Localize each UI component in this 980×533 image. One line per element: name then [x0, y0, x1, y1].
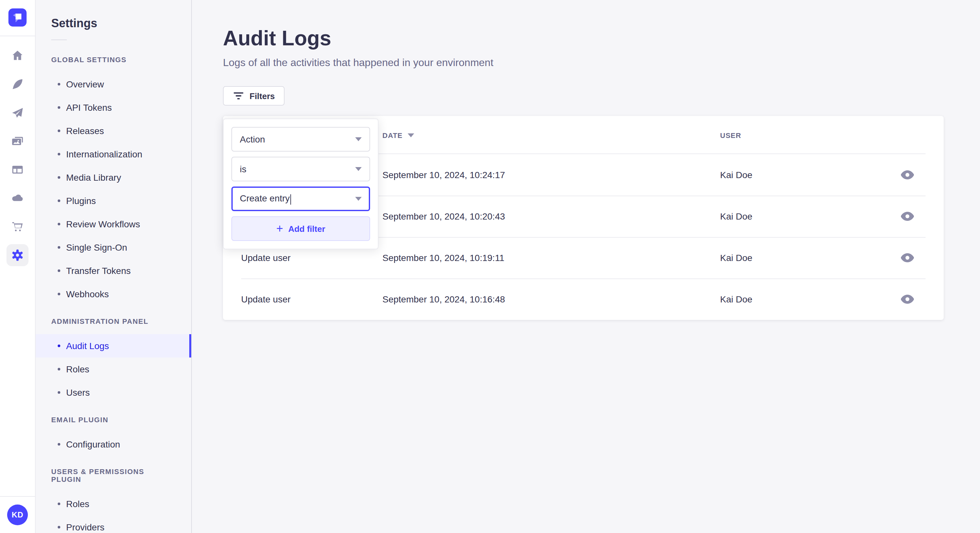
sidebar-item-label: Audit Logs [66, 341, 109, 351]
page-title: Audit Logs [223, 26, 944, 51]
subnav-title: Settings [36, 17, 191, 30]
filter-value-combobox[interactable]: Create entry [231, 187, 370, 211]
cell-user: Kai Doe [720, 252, 889, 263]
sidebar-item-label: Media Library [66, 172, 121, 182]
sidebar-item-api-tokens[interactable]: API Tokens [36, 96, 191, 119]
settings-gear-icon[interactable] [0, 241, 35, 270]
strapi-logo[interactable] [8, 8, 27, 27]
nav-section-label: USERS & PERMISSIONS PLUGIN [36, 468, 191, 483]
add-filter-button[interactable]: + Add filter [231, 216, 370, 241]
bullet-icon [58, 293, 60, 295]
sidebar-item-label: Providers [66, 522, 104, 532]
bullet-icon [58, 153, 60, 155]
table-row: Update userSeptember 10, 2024, 10:16:48K… [223, 279, 944, 320]
active-nav-highlight [6, 244, 29, 266]
sidebar-item-releases[interactable]: Releases [36, 119, 191, 143]
strapi-admin: KD Settings GLOBAL SETTINGSOverviewAPI T… [0, 0, 980, 533]
sidebar-item-label: Roles [66, 364, 89, 374]
bullet-icon [58, 246, 60, 249]
sidebar-item-overview[interactable]: Overview [36, 73, 191, 96]
sidebar-item-review-workflows[interactable]: Review Workflows [36, 213, 191, 236]
cell-action: Update user [241, 252, 382, 263]
bullet-icon [58, 200, 60, 202]
bullet-icon [58, 270, 60, 272]
chevron-down-icon [355, 167, 362, 171]
eye-icon [901, 295, 914, 304]
home-icon[interactable] [0, 41, 35, 70]
rail-bottom-divider [0, 496, 35, 497]
bullet-icon [58, 503, 60, 505]
filters-button[interactable]: Filters [223, 86, 285, 106]
view-log-details-button[interactable] [898, 209, 916, 224]
bullet-icon [58, 368, 60, 370]
releases-plane-icon[interactable] [0, 98, 35, 127]
settings-subnav: Settings GLOBAL SETTINGSOverviewAPI Toke… [36, 0, 192, 533]
settings-nav-sections: GLOBAL SETTINGSOverviewAPI TokensRelease… [36, 56, 191, 533]
cell-user: Kai Doe [720, 170, 889, 180]
sidebar-item-label: Plugins [66, 195, 96, 206]
view-log-details-button[interactable] [898, 251, 916, 265]
sidebar-item-label: Review Workflows [66, 219, 140, 229]
sidebar-item-media-library[interactable]: Media Library [36, 166, 191, 189]
sidebar-item-roles[interactable]: Roles [36, 492, 191, 516]
chevron-down-icon [355, 137, 362, 141]
content-manager-feather-icon[interactable] [0, 70, 35, 98]
eye-icon [901, 170, 914, 179]
nav-section-label: GLOBAL SETTINGS [36, 56, 191, 63]
eye-icon [901, 212, 914, 221]
main-content: Audit Logs Logs of all the activities th… [192, 0, 980, 533]
cloud-deploy-icon[interactable] [0, 184, 35, 213]
user-avatar[interactable]: KD [7, 504, 28, 525]
sidebar-item-providers[interactable]: Providers [36, 516, 191, 533]
media-library-icon[interactable] [0, 127, 35, 155]
cell-date: September 10, 2024, 10:20:43 [382, 211, 720, 222]
bullet-icon [58, 106, 60, 109]
cell-user: Kai Doe [720, 211, 889, 222]
bullet-icon [58, 526, 60, 528]
sidebar-item-label: Single Sign-On [66, 242, 127, 252]
sidebar-item-label: Configuration [66, 439, 120, 449]
cell-date: September 10, 2024, 10:24:17 [382, 170, 720, 180]
sidebar-item-webhooks[interactable]: Webhooks [36, 282, 191, 306]
marketplace-cart-icon[interactable] [0, 213, 35, 241]
sidebar-item-transfer-tokens[interactable]: Transfer Tokens [36, 259, 191, 282]
sidebar-item-users[interactable]: Users [36, 381, 191, 404]
column-header-user: USER [720, 131, 889, 139]
nav-section-label: EMAIL PLUGIN [36, 416, 191, 424]
bullet-icon [58, 176, 60, 179]
subnav-divider [51, 40, 67, 40]
sidebar-item-configuration[interactable]: Configuration [36, 433, 191, 456]
bullet-icon [58, 83, 60, 86]
view-log-details-button[interactable] [898, 168, 916, 182]
sidebar-item-label: Webhooks [66, 289, 109, 299]
bullet-icon [58, 223, 60, 225]
sidebar-item-internationalization[interactable]: Internationalization [36, 143, 191, 166]
sort-by-date-button[interactable]: DATE [382, 131, 414, 139]
chevron-down-icon [355, 197, 362, 201]
sidebar-item-label: Internationalization [66, 149, 142, 159]
filter-field-select[interactable]: Action [231, 127, 370, 152]
sidebar-item-label: Transfer Tokens [66, 265, 130, 276]
content-type-builder-icon[interactable] [0, 155, 35, 184]
sort-descending-icon [408, 133, 414, 137]
cell-date: September 10, 2024, 10:16:48 [382, 294, 720, 305]
text-cursor [290, 194, 291, 204]
sidebar-item-roles[interactable]: Roles [36, 357, 191, 381]
nav-section-label: ADMINISTRATION PANEL [36, 317, 191, 325]
rail-divider [0, 36, 35, 36]
sidebar-item-label: API Tokens [66, 102, 112, 113]
sidebar-item-plugins[interactable]: Plugins [36, 189, 191, 213]
filter-operator-select[interactable]: is [231, 157, 370, 181]
cell-action: Update user [241, 294, 382, 305]
sidebar-item-label: Releases [66, 125, 104, 136]
bullet-icon [58, 443, 60, 446]
view-log-details-button[interactable] [898, 292, 916, 306]
bullet-icon [58, 130, 60, 132]
page-subtitle: Logs of all the activities that happened… [223, 57, 944, 69]
strapi-logo-glyph [8, 8, 27, 27]
sidebar-item-audit-logs[interactable]: Audit Logs [36, 334, 191, 357]
sidebar-item-single-sign-on[interactable]: Single Sign-On [36, 236, 191, 259]
main-nav-rail: KD [0, 0, 36, 533]
filter-popover: Action is Create entry + Add filter [223, 119, 379, 249]
sidebar-item-label: Users [66, 387, 90, 398]
